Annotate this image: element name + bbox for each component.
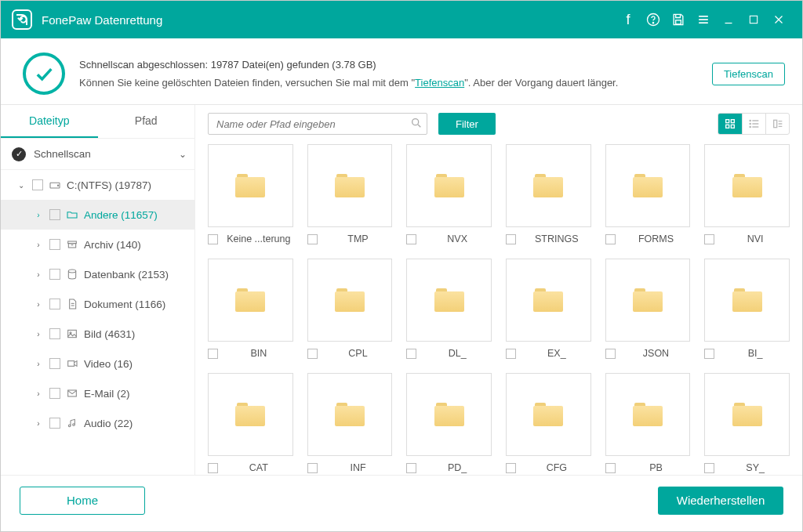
- checkbox[interactable]: [49, 328, 60, 339]
- tree-item-video[interactable]: › Video (16): [1, 349, 194, 378]
- tree-item-audio[interactable]: › Audio (22): [1, 408, 194, 438]
- folder-item[interactable]: EX_: [506, 259, 591, 359]
- folder-thumb: [704, 259, 790, 342]
- help-icon[interactable]: [641, 7, 666, 32]
- tree-item-bild[interactable]: › Bild (4631): [1, 319, 194, 349]
- chevron-right-icon: ›: [32, 270, 45, 279]
- minimize-icon[interactable]: [716, 7, 741, 32]
- titlebar: ⟲ FonePaw Datenrettung f: [1, 1, 802, 38]
- close-icon[interactable]: [766, 7, 791, 32]
- recover-button[interactable]: Wiederherstellen: [658, 487, 783, 515]
- checkbox[interactable]: [406, 349, 416, 359]
- view-grid-icon[interactable]: [718, 114, 742, 134]
- folder-thumb: [307, 259, 393, 342]
- svg-point-23: [73, 424, 75, 426]
- tree-drive[interactable]: ⌄ C:(NTFS) (19787): [1, 170, 194, 200]
- svg-rect-28: [726, 125, 729, 128]
- folder-item[interactable]: NVX: [406, 144, 492, 244]
- checkbox[interactable]: [307, 463, 318, 473]
- folder-item[interactable]: Keine ...terung: [208, 144, 293, 244]
- tab-path[interactable]: Pfad: [98, 105, 195, 138]
- folder-item[interactable]: CPL: [307, 259, 393, 359]
- checkbox[interactable]: [49, 358, 60, 369]
- folder-item[interactable]: INF: [307, 373, 393, 473]
- checkbox[interactable]: [704, 234, 714, 244]
- tree-item-dokument[interactable]: › Dokument (1166): [1, 289, 194, 319]
- folder-item[interactable]: BI_: [704, 259, 790, 359]
- folder-item[interactable]: SY_: [704, 373, 790, 473]
- checkbox[interactable]: [307, 234, 318, 244]
- filter-button[interactable]: Filter: [438, 113, 496, 135]
- folder-item[interactable]: PD_: [406, 373, 492, 473]
- folder-icon: [335, 403, 365, 426]
- svg-rect-20: [68, 361, 74, 367]
- checkbox[interactable]: [704, 463, 714, 473]
- view-list-icon[interactable]: [742, 114, 765, 134]
- folder-thumb: [307, 144, 393, 227]
- checkbox[interactable]: [406, 234, 416, 244]
- deep-scan-button[interactable]: Tiefenscan: [712, 63, 785, 85]
- folder-icon: [335, 288, 365, 312]
- maximize-icon[interactable]: [741, 7, 766, 32]
- menu-icon[interactable]: [691, 7, 716, 32]
- checkbox[interactable]: [605, 349, 616, 359]
- folder-item[interactable]: CAT: [208, 373, 293, 473]
- checkbox[interactable]: [605, 234, 616, 244]
- checkbox[interactable]: [307, 349, 318, 359]
- checkbox[interactable]: [49, 299, 60, 309]
- folder-label: NVI: [721, 233, 790, 244]
- folder-item[interactable]: STRINGS: [506, 144, 591, 244]
- chevron-right-icon: ›: [32, 330, 45, 338]
- facebook-icon[interactable]: f: [616, 7, 641, 32]
- save-icon[interactable]: [666, 7, 691, 32]
- checkbox[interactable]: [506, 234, 516, 244]
- checkbox[interactable]: [49, 269, 60, 280]
- checkbox[interactable]: [605, 463, 616, 473]
- folder-icon: [533, 403, 563, 426]
- checkbox[interactable]: [49, 418, 60, 429]
- folder-item[interactable]: TMP: [307, 144, 393, 244]
- checkbox[interactable]: [704, 349, 714, 359]
- checkbox[interactable]: [32, 179, 43, 190]
- checkbox[interactable]: [506, 463, 516, 473]
- folder-item[interactable]: PB: [605, 373, 691, 473]
- folder-label: EX_: [522, 348, 591, 359]
- folder-label: INF: [324, 462, 393, 473]
- tab-filetype[interactable]: Dateityp: [1, 105, 98, 138]
- checkbox[interactable]: [49, 239, 60, 250]
- folder-thumb: [208, 144, 293, 227]
- svg-rect-27: [731, 120, 734, 123]
- folder-item[interactable]: FORMS: [605, 144, 691, 244]
- checkbox[interactable]: [506, 349, 516, 359]
- view-detail-icon[interactable]: [765, 114, 789, 134]
- folder-item[interactable]: NVI: [704, 144, 790, 244]
- home-button[interactable]: Home: [20, 487, 145, 515]
- tree-item-datenbank[interactable]: › Datenbank (2153): [1, 259, 194, 289]
- tree-root[interactable]: ✓ Schnellscan ⌄: [1, 139, 194, 170]
- checkbox[interactable]: [49, 209, 60, 220]
- checkbox[interactable]: [208, 349, 218, 359]
- checkbox[interactable]: [208, 234, 218, 244]
- folder-item[interactable]: CFG: [506, 373, 591, 473]
- checkbox[interactable]: [406, 463, 416, 473]
- chevron-right-icon: ›: [32, 419, 45, 428]
- folder-item[interactable]: BIN: [208, 259, 293, 359]
- svg-rect-18: [68, 330, 77, 337]
- tree-item-archiv[interactable]: › Archiv (140): [1, 230, 194, 259]
- checkbox[interactable]: [49, 388, 60, 399]
- folder-item[interactable]: DL_: [406, 259, 492, 359]
- tree-item-andere[interactable]: › Andere (11657): [1, 200, 194, 230]
- status-strip: Schnellscan abgeschlossen: 19787 Datei(e…: [1, 38, 802, 104]
- deep-scan-link[interactable]: Tiefenscan: [415, 77, 464, 89]
- svg-line-25: [418, 125, 420, 127]
- chevron-right-icon: ›: [32, 360, 45, 368]
- tree-item-email[interactable]: › E-Mail (2): [1, 378, 194, 408]
- search-input[interactable]: [208, 113, 427, 135]
- svg-point-33: [750, 120, 750, 121]
- folder-item[interactable]: JSON: [605, 259, 691, 359]
- folder-icon: [732, 403, 762, 426]
- folder-thumb: [208, 373, 293, 456]
- status-line2: Können Sie keine gelöschten Dateien find…: [79, 74, 698, 92]
- folder-thumb: [406, 144, 492, 227]
- checkbox[interactable]: [208, 463, 218, 473]
